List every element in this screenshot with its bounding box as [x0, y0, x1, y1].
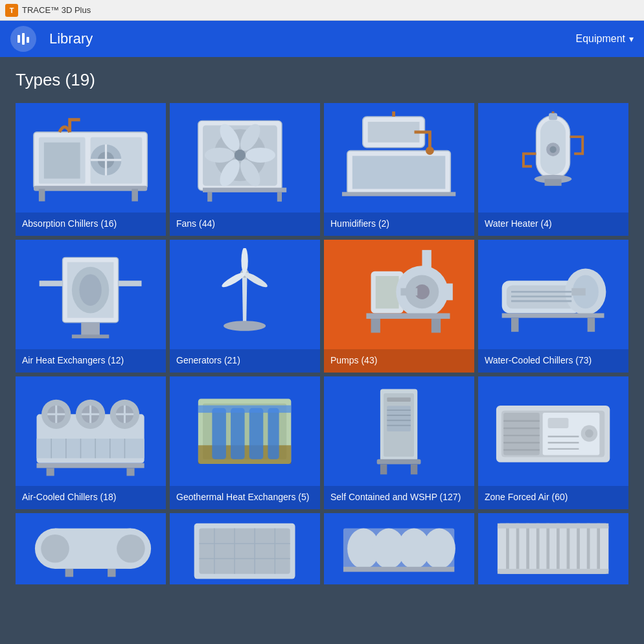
- humidifiers-label: Humidifiers (2): [324, 213, 474, 236]
- air-cooled-chillers-image: [16, 376, 166, 486]
- row4-1-image: [16, 513, 166, 584]
- svg-point-152: [423, 529, 455, 569]
- svg-rect-98: [127, 468, 135, 476]
- svg-rect-11: [34, 185, 147, 190]
- grid-item-water-heater[interactable]: Water Heater (4): [478, 103, 628, 236]
- equipment-grid: Absorption Chillers (16): [16, 103, 628, 584]
- grid-item-fans[interactable]: Fans (44): [170, 103, 320, 236]
- fans-image: [170, 103, 320, 213]
- grid-item-row4-3[interactable]: [324, 513, 474, 584]
- absorption-chillers-label: Absorption Chillers (16): [16, 213, 166, 236]
- header-nav: Library Equipment ▾: [0, 21, 644, 57]
- geothermal-image: [170, 376, 320, 486]
- svg-rect-165: [498, 523, 608, 529]
- svg-rect-44: [40, 281, 63, 286]
- water-heater-label: Water Heater (4): [478, 213, 628, 236]
- svg-rect-32: [342, 192, 455, 196]
- svg-rect-154: [498, 523, 608, 574]
- row4-4-image: [478, 513, 628, 584]
- svg-rect-64: [431, 319, 441, 333]
- svg-rect-96: [37, 463, 144, 468]
- svg-point-20: [246, 148, 275, 163]
- row4-2-image: [170, 513, 320, 584]
- zone-forced-air-image: [478, 376, 628, 486]
- svg-rect-105: [268, 408, 279, 459]
- pumps-label: Pumps (43): [324, 349, 474, 373]
- svg-rect-60: [446, 283, 453, 300]
- dropdown-arrow-icon: ▾: [629, 34, 634, 44]
- svg-point-31: [426, 146, 434, 155]
- grid-item-geothermal[interactable]: Geothermal Heat Exchangers (5): [170, 376, 320, 509]
- grid-item-air-heat-exchangers[interactable]: Air Heat Exchangers (12): [16, 240, 166, 373]
- water-cooled-chillers-label: Water-Cooled Chillers (73): [478, 349, 628, 373]
- svg-rect-5: [44, 142, 80, 178]
- svg-rect-13: [132, 189, 139, 201]
- air-heat-exchangers-image: [16, 240, 166, 349]
- svg-point-53: [224, 321, 266, 331]
- grid-item-water-cooled-chillers[interactable]: Water-Cooled Chillers (73): [478, 240, 628, 373]
- svg-rect-89: [37, 439, 144, 458]
- air-heat-exchangers-label: Air Heat Exchangers (12): [16, 349, 166, 373]
- svg-rect-24: [203, 187, 286, 192]
- svg-rect-97: [47, 468, 54, 476]
- humidifiers-image: [324, 103, 474, 213]
- svg-rect-109: [387, 397, 411, 402]
- grid-item-absorption-chillers[interactable]: Absorption Chillers (16): [16, 103, 166, 236]
- svg-rect-59: [422, 250, 431, 271]
- svg-point-17: [235, 149, 246, 160]
- absorption-chillers-image: [16, 103, 166, 213]
- svg-rect-115: [377, 459, 421, 464]
- grid-item-row4-4[interactable]: [478, 513, 628, 584]
- generators-label: Generators (21): [170, 349, 320, 373]
- grid-item-generators[interactable]: Generators (21): [170, 240, 320, 373]
- svg-rect-106: [198, 405, 291, 412]
- grid-item-self-contained-wshp[interactable]: Self Contained and WSHP (127): [324, 376, 474, 509]
- row4-3-image: [324, 513, 474, 584]
- geothermal-label: Geothermal Heat Exchangers (5): [170, 486, 320, 509]
- svg-rect-1: [22, 33, 25, 45]
- svg-rect-102: [213, 408, 227, 459]
- main-content: Types (19): [0, 57, 644, 644]
- equipment-label: Equipment: [576, 33, 626, 45]
- svg-rect-35: [549, 113, 557, 119]
- svg-rect-166: [498, 569, 608, 574]
- app-icon: T: [5, 4, 18, 17]
- grid-item-row4-2[interactable]: [170, 513, 320, 584]
- svg-rect-75: [588, 317, 595, 332]
- svg-point-43: [80, 274, 102, 306]
- svg-point-50: [242, 248, 248, 274]
- nav-logo: [10, 26, 36, 52]
- air-cooled-chillers-label: Air-Cooled Chillers (18): [16, 486, 166, 509]
- svg-rect-104: [249, 408, 264, 459]
- svg-rect-28: [368, 122, 420, 143]
- grid-item-humidifiers[interactable]: Humidifiers (2): [324, 103, 474, 236]
- svg-rect-37: [545, 179, 562, 185]
- grid-item-row4-1[interactable]: [16, 513, 166, 584]
- svg-rect-30: [352, 155, 445, 189]
- app-title: TRACE™ 3D Plus: [22, 5, 91, 15]
- grid-item-zone-forced-air[interactable]: Zone Forced Air (60): [478, 376, 628, 509]
- svg-point-39: [550, 146, 557, 152]
- water-cooled-chillers-image: [478, 240, 628, 349]
- svg-rect-103: [231, 408, 245, 459]
- fans-label: Fans (44): [170, 213, 320, 236]
- equipment-dropdown[interactable]: Equipment ▾: [576, 33, 634, 45]
- self-contained-wshp-label: Self Contained and WSHP (127): [324, 486, 474, 509]
- svg-rect-153: [343, 567, 454, 572]
- svg-rect-47: [72, 334, 109, 338]
- svg-rect-55: [376, 276, 399, 308]
- svg-marker-48: [242, 273, 247, 324]
- svg-rect-61: [401, 288, 418, 295]
- svg-rect-12: [39, 189, 45, 201]
- self-contained-wshp-image: [324, 376, 474, 486]
- svg-rect-2: [27, 37, 29, 43]
- svg-rect-120: [503, 413, 540, 455]
- grid-item-air-cooled-chillers[interactable]: Air-Cooled Chillers (18): [16, 376, 166, 509]
- svg-point-137: [117, 535, 146, 563]
- svg-rect-117: [411, 464, 417, 474]
- svg-rect-138: [65, 569, 73, 577]
- grid-item-pumps[interactable]: Pumps (43): [324, 240, 474, 373]
- svg-point-23: [205, 148, 235, 163]
- svg-rect-25: [208, 192, 213, 201]
- water-heater-image: [478, 103, 628, 213]
